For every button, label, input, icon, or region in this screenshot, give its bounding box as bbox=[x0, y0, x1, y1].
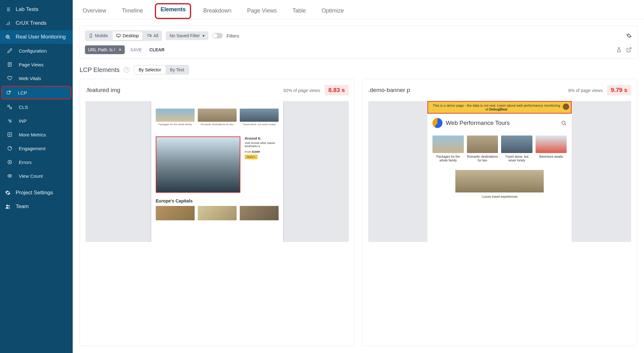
lcp-elements-cards: .featured img 92% of page views 8.83 s P… bbox=[73, 79, 644, 353]
sidebar-label: Lab Tests bbox=[16, 6, 38, 13]
lcp-highlighted-element: This is a demo page - the data is not re… bbox=[427, 101, 572, 114]
card-header: .demo-banner p 8% of page views 9.79 s bbox=[368, 85, 631, 95]
page-views-pct: 8% of page views bbox=[568, 88, 603, 93]
grid-caption: Travel alone, but never lonely bbox=[501, 155, 532, 162]
feature-desc: Visit incredi other nature landmarks a bbox=[245, 141, 279, 148]
tab-elements-highlight: Elements bbox=[155, 3, 191, 19]
svg-point-28 bbox=[6, 205, 8, 207]
lcp-metric-badge: 9.79 s bbox=[607, 85, 631, 95]
filters-toggle[interactable] bbox=[212, 33, 223, 38]
device-all-button[interactable]: All bbox=[144, 30, 162, 41]
sidebar-item-crux-trends[interactable]: CrUX Trends bbox=[0, 16, 73, 30]
grid-item: Adventure awaits bbox=[536, 136, 567, 162]
sidebar-item-project-settings[interactable]: Project Settings bbox=[0, 186, 73, 200]
gear-icon bbox=[4, 189, 11, 196]
lcp-element-card[interactable]: .demo-banner p 8% of page views 9.79 s T… bbox=[362, 79, 637, 346]
page-views-pct: 92% of page views bbox=[283, 88, 320, 93]
list-icon bbox=[4, 6, 11, 13]
svg-rect-32 bbox=[117, 34, 120, 37]
thumb-caption: Travel alone, but never lonely bbox=[240, 123, 279, 126]
flask-icon[interactable] bbox=[616, 47, 622, 53]
external-link-icon[interactable] bbox=[626, 47, 632, 53]
clear-filter-button[interactable]: CLEAR bbox=[148, 46, 166, 54]
lcp-element-card[interactable]: .featured img 92% of page views 8.83 s P… bbox=[80, 79, 355, 346]
card-header: .featured img 92% of page views 8.83 s bbox=[86, 85, 349, 95]
device-desktop-button[interactable]: Desktop bbox=[112, 31, 143, 40]
save-filter-button[interactable]: SAVE bbox=[128, 46, 144, 54]
sidebar-item-cls[interactable]: CLS bbox=[0, 100, 73, 114]
by-text-button[interactable]: By Text bbox=[165, 65, 189, 74]
sidebar-label: Real User Monitoring bbox=[16, 34, 66, 40]
sidebar-item-lcp[interactable]: LCP bbox=[2, 87, 71, 99]
sidebar-item-view-count[interactable]: View Count bbox=[0, 169, 73, 183]
chevron-down-icon: ▾ bbox=[202, 33, 205, 38]
filters-label: Filters bbox=[227, 33, 239, 38]
logo-icon bbox=[432, 118, 442, 128]
settings-gear-button[interactable] bbox=[626, 33, 632, 38]
tab-optimize[interactable]: Optimize bbox=[318, 5, 348, 19]
tab-elements[interactable]: Elements bbox=[159, 6, 187, 13]
url-path-filter-chip[interactable]: URL Path: Is / ✕ bbox=[85, 45, 125, 54]
by-selector-button[interactable]: By Selector bbox=[134, 65, 165, 74]
search-icon bbox=[4, 33, 11, 40]
sidebar-label: More Metrics bbox=[19, 132, 46, 137]
users-icon bbox=[4, 203, 11, 210]
saved-filter-dropdown[interactable]: No Saved Filter ▾ bbox=[166, 31, 208, 40]
thumb-caption: Packages for the whole family bbox=[156, 123, 195, 126]
tab-timeline[interactable]: Timeline bbox=[118, 5, 147, 19]
banner-bold: DebugBear bbox=[489, 107, 508, 111]
pencil-icon bbox=[6, 47, 13, 54]
dropdown-label: No Saved Filter bbox=[170, 33, 200, 38]
svg-point-29 bbox=[8, 205, 10, 207]
desktop-icon bbox=[116, 33, 121, 38]
sidebar-item-configuration[interactable]: Configuration bbox=[0, 44, 73, 58]
grid-item: Travel alone, but never lonely bbox=[501, 136, 532, 162]
sidebar-item-engagement[interactable]: Engagement bbox=[0, 141, 73, 155]
svg-rect-19 bbox=[10, 107, 12, 109]
capital-thumb bbox=[198, 206, 237, 220]
sidebar-item-more-metrics[interactable]: More Metrics bbox=[0, 128, 73, 141]
image-icon bbox=[5, 89, 12, 96]
device-label: Mobile bbox=[95, 33, 108, 38]
chip-label: URL Path: Is / bbox=[88, 47, 115, 52]
tabs: Overview Timeline Elements Breakdown Pag… bbox=[73, 0, 644, 19]
sidebar-item-team[interactable]: Team bbox=[0, 200, 73, 213]
device-label: Desktop bbox=[123, 33, 139, 38]
sidebar-item-inp[interactable]: INP bbox=[0, 114, 73, 128]
lcp-highlighted-element bbox=[156, 136, 240, 193]
grid-item: Packages for the whole family bbox=[432, 136, 464, 162]
sidebar-label: Team bbox=[16, 203, 29, 210]
device-segment: Mobile Desktop All bbox=[85, 30, 162, 41]
sidebar-item-lab-tests[interactable]: Lab Tests bbox=[0, 3, 73, 16]
sidebar-label: INP bbox=[19, 118, 27, 124]
device-mobile-button[interactable]: Mobile bbox=[85, 30, 112, 41]
sidebar-item-web-vitals[interactable]: Web Vitals bbox=[0, 71, 73, 85]
device-label: All bbox=[154, 33, 159, 38]
tab-table[interactable]: Table bbox=[289, 5, 310, 19]
section-title: LCP Elements bbox=[80, 66, 119, 74]
heart-icon bbox=[6, 75, 13, 82]
main-content: Overview Timeline Elements Breakdown Pag… bbox=[73, 0, 644, 353]
target-icon bbox=[6, 145, 13, 152]
svg-rect-30 bbox=[90, 34, 92, 38]
tab-page-views[interactable]: Page Views bbox=[243, 5, 280, 19]
eye-icon bbox=[6, 172, 13, 179]
svg-point-27 bbox=[9, 175, 10, 176]
mobile-icon bbox=[89, 33, 93, 38]
tab-breakdown[interactable]: Breakdown bbox=[199, 5, 235, 19]
svg-line-36 bbox=[629, 48, 631, 50]
help-icon[interactable]: ? bbox=[124, 67, 129, 73]
thumb-caption: Romantic destinations for two bbox=[198, 123, 237, 126]
sidebar-item-errors[interactable]: Errors bbox=[0, 155, 73, 169]
grid-caption: Romantic destinations for two bbox=[467, 155, 498, 162]
sidebar-item-rum[interactable]: Real User Monitoring bbox=[0, 30, 73, 44]
chip-remove-button[interactable]: ✕ bbox=[118, 48, 122, 52]
tab-overview[interactable]: Overview bbox=[79, 5, 110, 19]
lcp-metric-badge: 8.83 s bbox=[325, 85, 349, 95]
sidebar-label: View Count bbox=[19, 173, 43, 179]
sidebar-item-page-views[interactable]: Page Views bbox=[0, 58, 73, 71]
capital-thumb bbox=[240, 206, 279, 220]
bar-chart-icon bbox=[4, 20, 11, 27]
sidebar-label: Engagement bbox=[19, 146, 45, 151]
wide-caption: Luxury travel experiences bbox=[432, 195, 567, 199]
